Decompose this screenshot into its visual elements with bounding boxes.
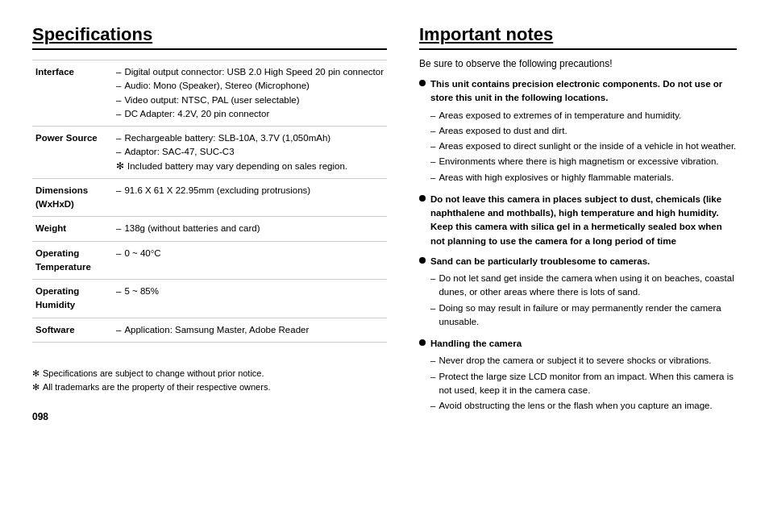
spec-item-text: Rechargeable battery: SLB-10A, 3.7V (1,0… — [124, 131, 330, 145]
sub-dash: – — [430, 370, 435, 398]
sub-list: –Do not let sand get inside the camera w… — [430, 272, 737, 329]
spec-label: Software — [32, 318, 113, 342]
spec-row: Weight–138g (without batteries and card) — [32, 217, 387, 241]
spec-item-text: Adaptor: SAC-47, SUC-C3 — [124, 145, 234, 159]
footnote-text: Specifications are subject to change wit… — [43, 367, 264, 381]
spec-row: Operating Temperature–0 ~ 40°C — [32, 241, 387, 280]
spec-item: –Adaptor: SAC-47, SUC-C3 — [116, 145, 384, 159]
spec-item-text: 5 ~ 85% — [124, 285, 159, 298]
sub-list-item: –Never drop the camera or subject it to … — [430, 354, 737, 368]
sub-item-text: Avoid obstructing the lens or the flash … — [439, 399, 712, 413]
note-bold-text: Sand can be particularly troublesome to … — [430, 256, 650, 266]
important-notes-title: Important notes — [419, 24, 737, 50]
spec-value: –Application: Samsung Master, Adobe Read… — [113, 318, 387, 342]
note-content: This unit contains precision electronic … — [430, 77, 737, 186]
spec-item: –Application: Samsung Master, Adobe Read… — [116, 323, 384, 337]
spec-item-text: Digital output connector: USB 2.0 High S… — [124, 65, 384, 79]
spec-row: Dimensions (WxHxD)–91.6 X 61 X 22.95mm (… — [32, 178, 387, 217]
note-bold-text: This unit contains precision electronic … — [430, 79, 722, 102]
sub-dash: – — [430, 155, 435, 168]
sub-list: –Areas exposed to extremes of in tempera… — [430, 109, 737, 185]
footnote-text: All trademarks are the property of their… — [43, 380, 270, 395]
spec-item: –Video output: NTSC, PAL (user selectabl… — [116, 94, 384, 107]
note-content: Sand can be particularly troublesome to … — [430, 255, 737, 330]
sub-list: –Never drop the camera or subject it to … — [430, 354, 737, 413]
spec-item: –5 ~ 85% — [116, 285, 384, 298]
note-item: Handling the camera–Never drop the camer… — [419, 337, 737, 414]
note-item: Sand can be particularly troublesome to … — [419, 255, 737, 330]
dash-marker: – — [116, 65, 121, 79]
spec-item: –0 ~ 40°C — [116, 247, 384, 260]
right-column: Important notes Be sure to observe the f… — [419, 24, 737, 422]
bullet-dot — [419, 195, 426, 202]
spec-item: –138g (without batteries and card) — [116, 222, 384, 235]
sub-dash: – — [430, 399, 435, 413]
page-number: 098 — [32, 411, 387, 422]
dash-marker: – — [116, 247, 121, 260]
spec-row: Operating Humidity–5 ~ 85% — [32, 280, 387, 318]
spec-item: –Digital output connector: USB 2.0 High … — [116, 65, 384, 79]
sub-dash: – — [430, 301, 435, 330]
footnote-item: ✻Specifications are subject to change wi… — [32, 367, 387, 381]
note-content: Do not leave this camera in places subje… — [430, 193, 737, 248]
sub-item-text: Environments where there is high magneti… — [439, 155, 718, 168]
spec-item-text: Included battery may vary depending on s… — [127, 160, 347, 173]
spec-item: –Rechargeable battery: SLB-10A, 3.7V (1,… — [116, 131, 384, 145]
dash-marker: – — [116, 131, 121, 145]
spec-value: –Digital output connector: USB 2.0 High … — [113, 60, 387, 127]
sub-dash: – — [430, 109, 435, 123]
dash-marker: – — [116, 145, 121, 159]
sub-list-item: –Areas exposed to extremes of in tempera… — [430, 109, 737, 123]
note-item: This unit contains precision electronic … — [419, 77, 737, 186]
spec-item-text: 91.6 X 61 X 22.95mm (excluding protrusio… — [124, 184, 310, 197]
footnote-item: ✻All trademarks are the property of thei… — [32, 380, 387, 395]
spec-item-text: Application: Samsung Master, Adobe Reade… — [124, 323, 309, 337]
notes-list: This unit contains precision electronic … — [419, 77, 737, 414]
dash-marker: – — [116, 285, 121, 298]
spec-label: Operating Temperature — [32, 241, 113, 280]
sub-item-text: Areas exposed to extremes of in temperat… — [439, 109, 681, 123]
sub-list-item: –Areas exposed to direct sunlight or the… — [430, 139, 737, 153]
spec-label: Operating Humidity — [32, 280, 113, 318]
dash-marker: – — [116, 107, 121, 121]
specs-table: Interface–Digital output connector: USB … — [32, 60, 387, 343]
spec-item-text: Audio: Mono (Speaker), Stereo (Microphon… — [124, 79, 309, 93]
dash-marker: – — [116, 94, 121, 107]
sub-dash: – — [430, 171, 435, 185]
spec-item: –Audio: Mono (Speaker), Stereo (Micropho… — [116, 79, 384, 93]
specs-title: Specifications — [32, 24, 387, 50]
sub-list-item: –Avoid obstructing the lens or the flash… — [430, 399, 737, 413]
sub-list-item: –Areas with high explosives or highly fl… — [430, 171, 737, 185]
sub-list-item: –Do not let sand get inside the camera w… — [430, 272, 737, 300]
sub-list-item: –Environments where there is high magnet… — [430, 155, 737, 168]
intro-text: Be sure to observe the following precaut… — [419, 58, 737, 69]
spec-value: –5 ~ 85% — [113, 280, 387, 318]
spec-row: Interface–Digital output connector: USB … — [32, 60, 387, 127]
page-container: Specifications Interface–Digital output … — [32, 24, 737, 422]
spec-item-text: 0 ~ 40°C — [124, 247, 160, 260]
sub-item-text: Areas exposed to direct sunlight or the … — [439, 139, 736, 153]
spec-label: Dimensions (WxHxD) — [32, 178, 113, 217]
dash-marker: – — [116, 323, 121, 337]
footnote-star: ✻ — [32, 367, 39, 381]
note-item: Do not leave this camera in places subje… — [419, 193, 737, 248]
spec-value: –91.6 X 61 X 22.95mm (excluding protrusi… — [113, 178, 387, 217]
asterisk-marker: ✻ — [116, 160, 124, 173]
spec-label: Interface — [32, 60, 113, 127]
dash-marker: – — [116, 222, 121, 235]
sub-list-item: –Areas exposed to dust and dirt. — [430, 124, 737, 138]
spec-label: Power Source — [32, 127, 113, 179]
note-content: Handling the camera–Never drop the camer… — [430, 337, 737, 414]
sub-dash: – — [430, 139, 435, 153]
sub-item-text: Doing so may result in failure or may pe… — [439, 301, 737, 330]
spec-item: –91.6 X 61 X 22.95mm (excluding protrusi… — [116, 184, 384, 197]
note-bold-text: Handling the camera — [430, 339, 522, 348]
dash-marker: – — [116, 184, 121, 197]
spec-row: Software–Application: Samsung Master, Ad… — [32, 318, 387, 342]
sub-item-text: Areas exposed to dust and dirt. — [439, 124, 567, 138]
sub-item-text: Do not let sand get inside the camera wh… — [439, 272, 737, 300]
spec-value: –138g (without batteries and card) — [113, 217, 387, 241]
bullet-dot — [419, 80, 426, 86]
note-bold-text: Do not leave this camera in places subje… — [430, 194, 722, 246]
bullet-dot — [419, 257, 426, 264]
